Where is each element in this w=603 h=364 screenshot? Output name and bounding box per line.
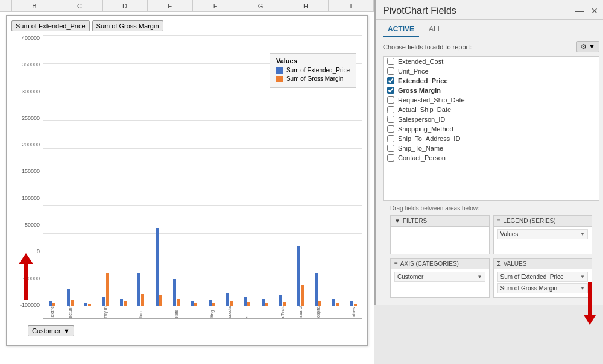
legend-series-icon: ≡ [497, 218, 501, 224]
fields-section: Choose fields to add to report: ⚙ ▼ Exte… [376, 37, 603, 305]
axis-customer-arrow: ▼ [478, 274, 482, 280]
row-header [0, 0, 12, 11]
pivot-panel: PivotChart Fields — ✕ ACTIVE ALL Choose … [374, 0, 603, 305]
values-gross-margin-text: Sum of Gross Margin [500, 285, 557, 292]
panel-window-controls: — ✕ [574, 5, 599, 17]
panel-header: PivotChart Fields — ✕ [376, 0, 603, 20]
values-label: VALUES [504, 260, 527, 267]
field-requested-ship-date: Requested_Ship_Date [384, 95, 599, 105]
x-label-12: Mahler State... [238, 306, 256, 318]
legend-item-1: Sum of Extended_Price [276, 67, 350, 74]
field-contact-person: Contact_Person [384, 153, 599, 163]
col-h: H [283, 0, 329, 11]
pivot-chart: Sum of Extended_Price Sum of Gross Margi… [6, 15, 368, 346]
sum-gross-margin-btn[interactable]: Sum of Gross Margin [92, 20, 163, 31]
legend-series-box: ≡ LEGEND (SERIES) Values ▼ [493, 215, 593, 254]
chart-filter-buttons: Sum of Extended_Price Sum of Gross Margi… [11, 20, 362, 31]
pivot-panel-wrapper: PivotChart Fields — ✕ ACTIVE ALL Choose … [374, 0, 603, 364]
drag-grid: ▼ FILTERS ≡ LEGEND (SERIES) [390, 215, 592, 298]
checkbox-extended-cost[interactable] [387, 58, 394, 65]
x-label-4: Boyle's Country Inn's [96, 306, 114, 318]
x-label-8: Direct Marketers [168, 306, 185, 318]
field-list[interactable]: Extended_Cost Unit_Price Extended_Price … [383, 56, 599, 201]
axis-categories-header: ≡ AXIS (CATEGORIES) [391, 259, 489, 269]
bar-blue-18 [350, 301, 353, 306]
field-label-contact-person: Contact_Person [398, 154, 446, 162]
bar-blue-9 [191, 301, 194, 306]
axis-label: AXIS (CATEGORIES) [400, 260, 459, 267]
bar-group-1 [43, 35, 61, 306]
legend-values-item: Values ▼ [497, 229, 589, 239]
values-gross-margin-item: Sum of Gross Margin ▼ [497, 283, 589, 293]
col-d: D [103, 0, 148, 11]
legend-values-arrow: ▼ [580, 231, 585, 237]
chart-legend: Values Sum of Extended_Price Sum of Gros… [270, 53, 356, 88]
x-label-9: Holling... [185, 306, 203, 318]
bar-orange-11 [230, 301, 233, 306]
customer-dropdown-icon: ▼ [63, 327, 70, 334]
field-label-shipping-method: Shippping_Method [398, 125, 453, 133]
field-extended-price: Extended_Price [384, 76, 599, 86]
x-label-3: Atmore... [79, 306, 96, 318]
checkbox-gross-margin[interactable] [387, 87, 394, 94]
field-shipping-method: Shippping_Method [384, 124, 599, 134]
gear-dropdown-icon: ▼ [589, 43, 595, 50]
spreadsheet-area: B C D E F G H I Sum of Extended_Price Su… [0, 0, 374, 364]
x-label-5: Central... [115, 306, 132, 318]
values-extended-price-text: Sum of Extended_Price [500, 274, 564, 280]
legend-color-orange [276, 76, 283, 82]
col-c: C [57, 0, 103, 11]
bar-group-2 [61, 35, 78, 306]
values-extended-price-arrow: ▼ [580, 274, 585, 280]
y-label-300000: 300000 [22, 89, 40, 95]
checkbox-ship-to-name[interactable] [387, 145, 394, 152]
checkbox-extended-price[interactable] [387, 77, 394, 84]
panel-arrow-head [584, 315, 596, 325]
field-gross-margin: Gross Margin [384, 86, 599, 95]
col-i: I [329, 0, 374, 11]
arrow-shaft [24, 264, 28, 300]
values-extended-price-item: Sum of Extended_Price ▼ [497, 272, 589, 282]
col-f: F [193, 0, 238, 11]
gear-settings-btn[interactable]: ⚙ ▼ [576, 41, 599, 52]
field-label-extended-price: Extended_Price [398, 77, 448, 84]
customer-label: Customer [32, 327, 61, 334]
bar-blue-13 [262, 299, 265, 306]
checkbox-salesperson-id[interactable] [387, 116, 394, 123]
field-label-salesperson-id: Salesperson_ID [398, 116, 445, 123]
x-label-14: Novia Scotia Tech... [274, 306, 291, 318]
y-label-400000: 400000 [22, 35, 40, 41]
bar-blue-12 [244, 297, 247, 306]
bar-group-9 [185, 35, 203, 306]
checkbox-ship-to-address[interactable] [387, 135, 394, 142]
field-label-extended-cost: Extended_Cost [398, 58, 443, 65]
bar-blue-17 [332, 299, 335, 306]
checkbox-shipping-method[interactable] [387, 125, 394, 133]
tab-active[interactable]: ACTIVE [383, 22, 419, 37]
checkbox-unit-price[interactable] [387, 67, 394, 75]
customer-filter-button[interactable]: Customer ▼ [28, 325, 74, 336]
bar-group-11 [221, 35, 238, 306]
close-btn[interactable]: ✕ [590, 5, 599, 17]
legend-label-2: Sum of Gross Margin [286, 75, 343, 82]
field-actual-ship-date: Actual_Ship_Date [384, 105, 599, 115]
x-label-13: Midland... [256, 306, 274, 318]
x-label-6: Communication... [132, 306, 150, 318]
x-label-16: St. Mary's Hospital [309, 306, 327, 318]
x-label-15: Rainbow Research [291, 306, 309, 318]
sum-extended-price-btn[interactable]: Sum of Extended_Price [11, 20, 90, 31]
checkbox-contact-person[interactable] [387, 154, 394, 162]
filters-label: FILTERS [403, 218, 427, 224]
checkbox-requested-ship-date[interactable] [387, 96, 394, 104]
values-box: Σ VALUES Sum of Extended_Price ▼ Sum of … [493, 258, 593, 298]
minimize-btn[interactable]: — [574, 5, 585, 17]
bar-blue-14 [279, 295, 282, 306]
checkbox-actual-ship-date[interactable] [387, 106, 394, 113]
bar-orange-7 [159, 295, 162, 306]
bar-orange-2 [71, 300, 74, 306]
bar-group-10 [203, 35, 221, 306]
legend-values-text: Values [500, 231, 519, 237]
axis-customer-item: Customer ▼ [394, 272, 485, 282]
tab-all[interactable]: ALL [424, 22, 446, 37]
axis-icon: ≡ [394, 260, 398, 267]
